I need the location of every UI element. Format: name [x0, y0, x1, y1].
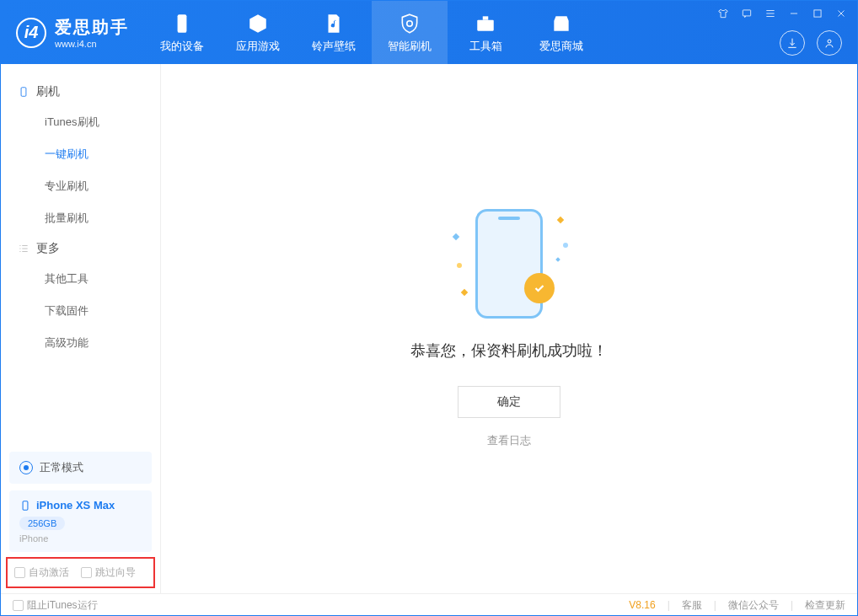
- music-file-icon: [322, 12, 346, 35]
- nav-tab-ringtones-wallpapers[interactable]: 铃声壁纸: [296, 1, 372, 64]
- nav-tabs: 我的设备 应用游戏 铃声壁纸 智能刷机 工具箱 爱思商城: [144, 1, 599, 64]
- checkbox-icon: [81, 567, 92, 578]
- svg-rect-3: [743, 10, 750, 16]
- toolbox-icon: [474, 12, 497, 35]
- minimize-button[interactable]: [786, 6, 802, 21]
- main-content: 恭喜您，保资料刷机成功啦！ 确定 查看日志: [161, 64, 857, 593]
- sidebar-item-batch-flash[interactable]: 批量刷机: [1, 202, 160, 234]
- menu-icon[interactable]: [763, 6, 778, 21]
- nav-tab-label: 工具箱: [469, 39, 502, 54]
- tshirt-icon[interactable]: [716, 6, 731, 21]
- app-header: i4 爱思助手 www.i4.cn 我的设备 应用游戏 铃声壁纸 智能刷机 工具…: [1, 1, 857, 64]
- sidebar-group-label: 刷机: [36, 84, 60, 99]
- sidebar-group-more: 更多: [1, 234, 160, 263]
- success-illustration: [458, 209, 560, 319]
- sidebar: 刷机 iTunes刷机 一键刷机 专业刷机 批量刷机 更多 其他工具 下载固件 …: [1, 64, 161, 593]
- maximize-button[interactable]: [810, 6, 825, 21]
- sidebar-item-other-tools[interactable]: 其他工具: [1, 263, 160, 295]
- nav-tab-label: 应用游戏: [236, 39, 280, 54]
- device-mode-label: 正常模式: [40, 460, 83, 475]
- nav-tab-apps-games[interactable]: 应用游戏: [220, 1, 296, 64]
- phone-small-icon: [19, 500, 31, 512]
- view-log-link[interactable]: 查看日志: [487, 433, 531, 448]
- check-update-link[interactable]: 检查更新: [805, 598, 845, 613]
- phone-icon: [170, 12, 194, 35]
- nav-tab-store[interactable]: 爱思商城: [523, 1, 599, 64]
- download-button[interactable]: [780, 30, 805, 56]
- nav-tab-label: 爱思商城: [539, 39, 583, 54]
- device-mode-box[interactable]: 正常模式: [9, 452, 152, 484]
- nav-tab-smart-flash[interactable]: 智能刷机: [372, 1, 448, 64]
- app-title: 爱思助手: [55, 16, 129, 39]
- device-name-label: iPhone XS Max: [36, 499, 115, 512]
- ok-button[interactable]: 确定: [458, 386, 560, 418]
- svg-rect-4: [814, 10, 821, 17]
- check-badge-icon: [524, 273, 555, 303]
- nav-tab-toolbox[interactable]: 工具箱: [448, 1, 523, 64]
- device-type-label: iPhone: [19, 533, 142, 544]
- checkbox-label: 跳过向导: [95, 565, 136, 580]
- device-info-box[interactable]: iPhone XS Max 256GB iPhone: [9, 490, 152, 552]
- success-message: 恭喜您，保资料刷机成功啦！: [410, 340, 608, 361]
- checkbox-label: 自动激活: [29, 565, 69, 580]
- support-link[interactable]: 客服: [682, 598, 702, 613]
- checkbox-icon: [13, 600, 24, 611]
- window-controls: [716, 6, 849, 21]
- version-label: V8.16: [629, 599, 655, 611]
- checkbox-skip-guide[interactable]: 跳过向导: [81, 565, 136, 580]
- device-icon: [18, 86, 29, 98]
- sidebar-item-pro-flash[interactable]: 专业刷机: [1, 170, 160, 202]
- mode-indicator-icon: [19, 461, 33, 474]
- app-subtitle: www.i4.cn: [55, 39, 129, 49]
- svg-rect-6: [21, 88, 26, 97]
- sidebar-item-advanced[interactable]: 高级功能: [1, 327, 160, 359]
- nav-tab-label: 智能刷机: [388, 39, 432, 54]
- nav-tab-label: 铃声壁纸: [312, 39, 356, 54]
- close-button[interactable]: [834, 6, 849, 21]
- sidebar-group-label: 更多: [36, 241, 60, 256]
- device-storage-badge: 256GB: [19, 517, 65, 530]
- checkbox-label: 阻止iTunes运行: [27, 598, 98, 613]
- checkbox-icon: [14, 567, 25, 578]
- user-button[interactable]: [817, 30, 842, 56]
- checkbox-auto-activate[interactable]: 自动激活: [14, 565, 69, 580]
- svg-rect-1: [477, 19, 494, 30]
- header-actions: [780, 30, 842, 56]
- status-bar: 阻止iTunes运行 V8.16 | 客服 | 微信公众号 | 检查更新: [1, 593, 857, 616]
- shield-refresh-icon: [398, 12, 421, 35]
- store-icon: [550, 12, 573, 35]
- device-panel: 正常模式 iPhone XS Max 256GB iPhone: [1, 452, 160, 552]
- svg-point-5: [828, 40, 831, 43]
- nav-tab-label: 我的设备: [160, 39, 204, 54]
- checkbox-prevent-itunes[interactable]: 阻止iTunes运行: [13, 598, 98, 613]
- list-icon: [18, 243, 29, 254]
- logo-section: i4 爱思助手 www.i4.cn: [1, 1, 144, 64]
- sidebar-item-download-firmware[interactable]: 下载固件: [1, 295, 160, 327]
- svg-rect-0: [178, 14, 187, 33]
- flash-options-row: 自动激活 跳过向导: [6, 557, 155, 588]
- sidebar-group-flash: 刷机: [1, 78, 160, 106]
- feedback-icon[interactable]: [739, 6, 754, 21]
- sidebar-item-one-click-flash[interactable]: 一键刷机: [1, 138, 160, 170]
- cube-icon: [246, 12, 270, 35]
- app-logo-icon: i4: [16, 18, 46, 48]
- svg-rect-7: [23, 501, 28, 510]
- nav-tab-my-device[interactable]: 我的设备: [144, 1, 220, 64]
- svg-rect-2: [483, 16, 489, 19]
- sidebar-item-itunes-flash[interactable]: iTunes刷机: [1, 106, 160, 138]
- wechat-link[interactable]: 微信公众号: [728, 598, 779, 613]
